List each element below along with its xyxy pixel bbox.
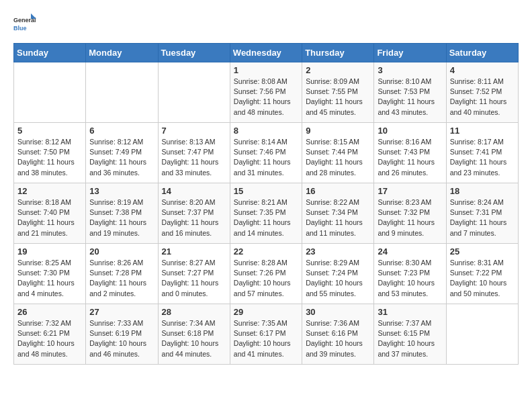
day-info: Sunrise: 7:33 AM Sunset: 6:19 PM Dayligh… (89, 318, 154, 359)
day-info: Sunrise: 7:34 AM Sunset: 6:18 PM Dayligh… (162, 318, 226, 359)
day-info: Sunrise: 8:27 AM Sunset: 7:27 PM Dayligh… (162, 258, 226, 299)
calendar-cell: 23Sunrise: 8:29 AM Sunset: 7:24 PM Dayli… (302, 244, 374, 304)
calendar-cell: 29Sunrise: 7:35 AM Sunset: 6:17 PM Dayli… (230, 304, 302, 365)
calendar-cell: 19Sunrise: 8:25 AM Sunset: 7:30 PM Dayli… (14, 244, 86, 304)
day-info: Sunrise: 8:20 AM Sunset: 7:37 PM Dayligh… (162, 197, 226, 238)
calendar-cell: 13Sunrise: 8:19 AM Sunset: 7:38 PM Dayli… (86, 183, 158, 244)
calendar-cell: 17Sunrise: 8:23 AM Sunset: 7:32 PM Dayli… (374, 183, 446, 244)
day-header-tuesday: Tuesday (158, 44, 230, 62)
calendar-cell: 24Sunrise: 8:30 AM Sunset: 7:23 PM Dayli… (374, 244, 446, 304)
day-number: 14 (162, 186, 226, 196)
calendar-cell (14, 62, 86, 123)
day-info: Sunrise: 8:23 AM Sunset: 7:32 PM Dayligh… (378, 197, 442, 238)
day-number: 24 (378, 246, 442, 257)
calendar-cell: 15Sunrise: 8:21 AM Sunset: 7:35 PM Dayli… (230, 183, 302, 244)
calendar-cell (446, 304, 518, 365)
calendar-cell: 5Sunrise: 8:12 AM Sunset: 7:50 PM Daylig… (14, 123, 86, 183)
day-number: 5 (17, 126, 82, 136)
day-number: 13 (89, 186, 154, 196)
day-info: Sunrise: 8:09 AM Sunset: 7:55 PM Dayligh… (306, 77, 370, 118)
day-number: 28 (162, 307, 226, 317)
day-info: Sunrise: 8:18 AM Sunset: 7:40 PM Dayligh… (17, 197, 82, 238)
day-info: Sunrise: 8:28 AM Sunset: 7:26 PM Dayligh… (234, 258, 298, 299)
day-number: 31 (378, 307, 442, 317)
day-info: Sunrise: 8:14 AM Sunset: 7:46 PM Dayligh… (234, 137, 298, 178)
week-row-2: 5Sunrise: 8:12 AM Sunset: 7:50 PM Daylig… (14, 123, 519, 183)
day-header-saturday: Saturday (446, 44, 518, 62)
day-header-thursday: Thursday (302, 44, 374, 62)
calendar-cell: 3Sunrise: 8:10 AM Sunset: 7:53 PM Daylig… (374, 62, 446, 123)
calendar-body: 1Sunrise: 8:08 AM Sunset: 7:56 PM Daylig… (14, 62, 519, 365)
day-info: Sunrise: 8:21 AM Sunset: 7:35 PM Dayligh… (234, 197, 298, 238)
calendar-cell: 21Sunrise: 8:27 AM Sunset: 7:27 PM Dayli… (158, 244, 230, 304)
day-header-sunday: Sunday (14, 44, 86, 62)
calendar-cell: 27Sunrise: 7:33 AM Sunset: 6:19 PM Dayli… (86, 304, 158, 365)
day-number: 17 (378, 186, 442, 196)
calendar-cell: 4Sunrise: 8:11 AM Sunset: 7:52 PM Daylig… (446, 62, 518, 123)
calendar-cell: 26Sunrise: 7:32 AM Sunset: 6:21 PM Dayli… (14, 304, 86, 365)
calendar-cell: 6Sunrise: 8:12 AM Sunset: 7:49 PM Daylig… (86, 123, 158, 183)
days-of-week-row: SundayMondayTuesdayWednesdayThursdayFrid… (14, 44, 519, 62)
day-info: Sunrise: 8:22 AM Sunset: 7:34 PM Dayligh… (306, 197, 370, 238)
week-row-5: 26Sunrise: 7:32 AM Sunset: 6:21 PM Dayli… (14, 304, 519, 365)
day-number: 6 (89, 126, 154, 136)
calendar-cell: 18Sunrise: 8:24 AM Sunset: 7:31 PM Dayli… (446, 183, 518, 244)
day-info: Sunrise: 8:12 AM Sunset: 7:50 PM Dayligh… (17, 137, 82, 178)
calendar-cell: 12Sunrise: 8:18 AM Sunset: 7:40 PM Dayli… (14, 183, 86, 244)
day-number: 1 (234, 65, 298, 75)
day-number: 23 (306, 246, 370, 257)
day-number: 7 (162, 126, 226, 136)
calendar-cell: 25Sunrise: 8:31 AM Sunset: 7:22 PM Dayli… (446, 244, 518, 304)
day-info: Sunrise: 8:15 AM Sunset: 7:44 PM Dayligh… (306, 137, 370, 178)
calendar-cell: 1Sunrise: 8:08 AM Sunset: 7:56 PM Daylig… (230, 62, 302, 123)
logo: General Blue (13, 13, 36, 36)
svg-marker-2 (31, 13, 36, 19)
day-info: Sunrise: 8:12 AM Sunset: 7:49 PM Dayligh… (89, 137, 154, 178)
day-info: Sunrise: 8:19 AM Sunset: 7:38 PM Dayligh… (89, 197, 154, 238)
day-number: 29 (234, 307, 298, 317)
day-info: Sunrise: 8:25 AM Sunset: 7:30 PM Dayligh… (17, 258, 82, 299)
calendar-cell: 9Sunrise: 8:15 AM Sunset: 7:44 PM Daylig… (302, 123, 374, 183)
day-info: Sunrise: 7:32 AM Sunset: 6:21 PM Dayligh… (17, 318, 82, 359)
day-number: 3 (378, 65, 442, 75)
calendar-cell: 20Sunrise: 8:26 AM Sunset: 7:28 PM Dayli… (86, 244, 158, 304)
day-info: Sunrise: 8:17 AM Sunset: 7:41 PM Dayligh… (450, 137, 515, 178)
day-info: Sunrise: 8:29 AM Sunset: 7:24 PM Dayligh… (306, 258, 370, 299)
day-number: 21 (162, 246, 226, 257)
calendar-header: SundayMondayTuesdayWednesdayThursdayFrid… (14, 44, 519, 62)
day-number: 19 (17, 246, 82, 257)
day-number: 22 (234, 246, 298, 257)
calendar-cell: 14Sunrise: 8:20 AM Sunset: 7:37 PM Dayli… (158, 183, 230, 244)
day-number: 10 (378, 126, 442, 136)
svg-text:Blue: Blue (13, 25, 27, 32)
calendar-cell (86, 62, 158, 123)
day-header-friday: Friday (374, 44, 446, 62)
calendar-cell: 30Sunrise: 7:36 AM Sunset: 6:16 PM Dayli… (302, 304, 374, 365)
day-info: Sunrise: 8:24 AM Sunset: 7:31 PM Dayligh… (450, 197, 515, 238)
day-number: 8 (234, 126, 298, 136)
day-info: Sunrise: 8:16 AM Sunset: 7:43 PM Dayligh… (378, 137, 442, 178)
day-info: Sunrise: 8:30 AM Sunset: 7:23 PM Dayligh… (378, 258, 442, 299)
day-number: 18 (450, 186, 515, 196)
day-number: 2 (306, 65, 370, 75)
calendar-cell: 11Sunrise: 8:17 AM Sunset: 7:41 PM Dayli… (446, 123, 518, 183)
calendar-cell: 16Sunrise: 8:22 AM Sunset: 7:34 PM Dayli… (302, 183, 374, 244)
day-info: Sunrise: 8:11 AM Sunset: 7:52 PM Dayligh… (450, 77, 515, 118)
calendar-table: SundayMondayTuesdayWednesdayThursdayFrid… (13, 43, 519, 365)
week-row-1: 1Sunrise: 8:08 AM Sunset: 7:56 PM Daylig… (14, 62, 519, 123)
calendar-cell: 28Sunrise: 7:34 AM Sunset: 6:18 PM Dayli… (158, 304, 230, 365)
calendar-cell: 2Sunrise: 8:09 AM Sunset: 7:55 PM Daylig… (302, 62, 374, 123)
day-info: Sunrise: 7:37 AM Sunset: 6:15 PM Dayligh… (378, 318, 442, 359)
day-info: Sunrise: 7:36 AM Sunset: 6:16 PM Dayligh… (306, 318, 370, 359)
day-info: Sunrise: 8:10 AM Sunset: 7:53 PM Dayligh… (378, 77, 442, 118)
day-info: Sunrise: 8:08 AM Sunset: 7:56 PM Dayligh… (234, 77, 298, 118)
day-info: Sunrise: 8:13 AM Sunset: 7:47 PM Dayligh… (162, 137, 226, 178)
day-number: 26 (17, 307, 82, 317)
week-row-3: 12Sunrise: 8:18 AM Sunset: 7:40 PM Dayli… (14, 183, 519, 244)
day-info: Sunrise: 7:35 AM Sunset: 6:17 PM Dayligh… (234, 318, 298, 359)
logo-svg: General Blue (13, 13, 36, 36)
calendar-cell: 10Sunrise: 8:16 AM Sunset: 7:43 PM Dayli… (374, 123, 446, 183)
day-number: 9 (306, 126, 370, 136)
header: General Blue (13, 13, 519, 36)
day-number: 30 (306, 307, 370, 317)
